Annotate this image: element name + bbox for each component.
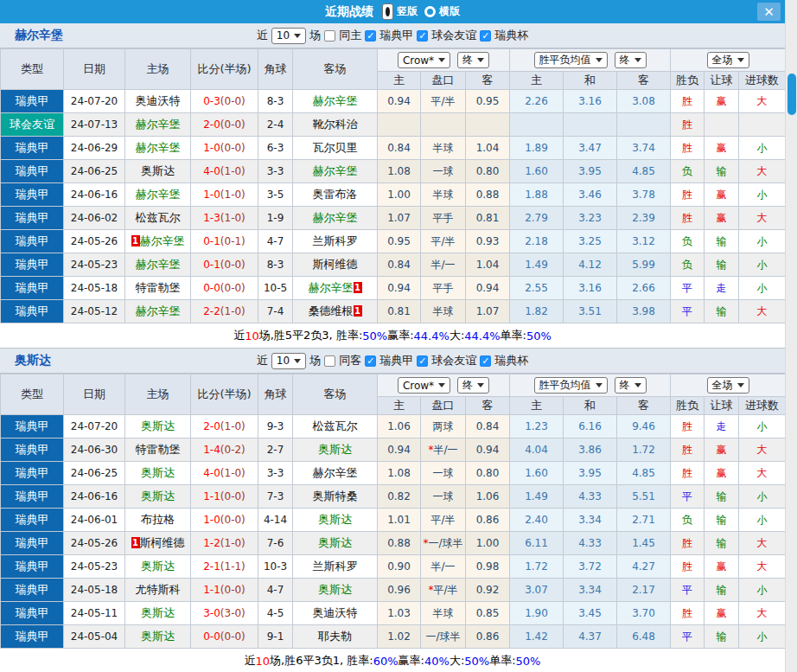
- away-team-cell: 兰斯科罗: [293, 555, 378, 579]
- score-cell: 1-0(0-0): [191, 509, 258, 532]
- summary-segment: 50%: [362, 330, 387, 342]
- chevron-down-icon: [294, 359, 301, 363]
- handicap-cell: *半/一: [421, 438, 466, 462]
- handicap-result-cell: 赢: [705, 207, 739, 230]
- odds-source-select[interactable]: Crow*: [398, 52, 450, 68]
- goals-result-cell: 大: [739, 90, 786, 113]
- col-home: 主场: [125, 374, 191, 415]
- score-cell: 1-3(1-0): [191, 207, 258, 230]
- mean-stage-select[interactable]: 终: [615, 52, 647, 68]
- away-team-cell: 兰斯科罗: [293, 230, 378, 253]
- summary-segment: 近: [245, 653, 256, 669]
- odds-away-cell: 0.86: [466, 625, 510, 649]
- score-cell: 0-1(0-1): [191, 230, 258, 253]
- chevron-down-icon: [634, 58, 641, 62]
- friendly-label: 球会友谊: [431, 353, 476, 368]
- home-team-cell: 奥迪沃特: [125, 90, 191, 113]
- league-type-cell: 球会友谊: [1, 113, 64, 137]
- league-type-cell: 瑞典甲: [1, 509, 64, 532]
- odds-away-cell: 0.88: [466, 183, 510, 207]
- near-label: 近: [257, 28, 268, 43]
- match-row: 瑞典甲24-06-02松兹瓦尔1-3(1-0)1-9赫尔辛堡1.07平手0.81…: [1, 207, 786, 230]
- mean-home-cell: 1.23: [510, 415, 564, 438]
- mean-away-cell: 5.51: [617, 485, 671, 509]
- away-team-cell: 赫尔辛堡: [293, 160, 378, 183]
- mean-source-select[interactable]: 胜平负均值: [534, 377, 608, 394]
- corners-cell: 2-7: [258, 438, 293, 462]
- horizontal-view-radio[interactable]: [424, 6, 436, 17]
- vertical-view-radio[interactable]: [382, 3, 393, 20]
- match-date-cell: 24-06-16: [64, 485, 125, 509]
- mean-home-cell: 1.89: [510, 137, 564, 160]
- odds-stage-select[interactable]: 终: [457, 52, 489, 68]
- match-count-select[interactable]: 10: [271, 28, 306, 44]
- same-venue-checkbox[interactable]: [324, 30, 335, 42]
- odds-away-cell: 1.00: [466, 532, 510, 555]
- odds-away-cell: 0.94: [466, 277, 510, 300]
- odds-away-cell: 0.86: [466, 509, 510, 532]
- col-mean-home: 主: [510, 397, 564, 415]
- odds-away-cell: 0.81: [466, 207, 510, 230]
- odds-away-cell: 0.85: [466, 602, 510, 625]
- match-count-select[interactable]: 10: [271, 353, 306, 369]
- league-checkbox[interactable]: [365, 355, 376, 367]
- col-away: 客场: [293, 49, 378, 90]
- corners-cell: 6-3: [258, 137, 293, 160]
- league-checkbox[interactable]: [365, 30, 376, 42]
- mean-home-cell: 4.04: [510, 438, 564, 462]
- mean-stage-select[interactable]: 终: [615, 377, 647, 394]
- odds-source-select[interactable]: Crow*: [398, 377, 450, 394]
- match-row: 瑞典甲24-07-20奥迪沃特0-3(0-0)8-3赫尔辛堡0.94平/半0.9…: [1, 90, 786, 113]
- league-type-cell: 瑞典甲: [1, 602, 64, 625]
- mean-away-cell: 2.17: [617, 579, 671, 602]
- match-date-cell: 24-07-20: [64, 415, 125, 438]
- match-date-cell: 24-05-18: [64, 579, 125, 602]
- corners-cell: 1-9: [258, 207, 293, 230]
- handicap-cell: 平手: [421, 207, 466, 230]
- corners-cell: 7-4: [258, 300, 293, 323]
- same-venue-checkbox[interactable]: [324, 355, 335, 367]
- cup-checkbox[interactable]: [480, 355, 491, 367]
- mean-draw-cell: 3.16: [564, 90, 617, 113]
- scope-select[interactable]: 全场: [707, 52, 749, 68]
- home-team-cell: 奥斯达: [125, 462, 191, 485]
- away-team-cell: 奥斯达: [293, 532, 378, 555]
- away-team-cell: 赫尔辛堡: [293, 462, 378, 485]
- scope-select[interactable]: 全场: [707, 377, 749, 394]
- mean-away-cell: 3.98: [617, 300, 671, 323]
- scrollbar-thumb[interactable]: [787, 74, 796, 115]
- odds-stage-select[interactable]: 终: [457, 377, 489, 394]
- corners-cell: 3-5: [258, 183, 293, 207]
- handicap-result-cell: 输: [705, 160, 739, 183]
- close-icon[interactable]: ✕: [757, 3, 781, 21]
- home-team-cell: 赫尔辛堡: [125, 113, 191, 137]
- league-type-cell: 瑞典甲: [1, 90, 64, 113]
- odds-home-cell: [378, 113, 421, 137]
- score-cell: 2-0(1-0): [191, 415, 258, 438]
- friendly-checkbox[interactable]: [417, 30, 428, 42]
- team-name: 奥斯达: [15, 353, 51, 368]
- mean-home-cell: 2.40: [510, 509, 564, 532]
- mean-home-cell: 1.49: [510, 485, 564, 509]
- handicap-cell: 半/一: [421, 253, 466, 277]
- goals-result-cell: 大: [739, 160, 786, 183]
- match-date-cell: 24-05-26: [64, 532, 125, 555]
- cup-checkbox[interactable]: [480, 30, 491, 42]
- summary-segment: 10: [245, 330, 259, 342]
- handicap-cell: 平/半: [421, 230, 466, 253]
- home-team-cell: 赫尔辛堡: [125, 137, 191, 160]
- friendly-checkbox[interactable]: [417, 355, 428, 367]
- handicap-result-cell: 输: [705, 509, 739, 532]
- mean-draw-cell: 6.16: [564, 415, 617, 438]
- scrollbar-track[interactable]: [785, 0, 797, 672]
- red-card-badge: 1: [131, 235, 140, 246]
- league-type-cell: 瑞典甲: [1, 579, 64, 602]
- away-team-cell: 奥雷布洛: [293, 183, 378, 207]
- summary-segment: 10: [256, 655, 271, 668]
- mean-source-select[interactable]: 胜平负均值: [534, 52, 608, 68]
- corners-cell: 8-3: [258, 253, 293, 277]
- league-type-cell: 瑞典甲: [1, 207, 64, 230]
- match-row: 瑞典甲24-07-20奥斯达2-0(1-0)9-3松兹瓦尔1.06两球0.841…: [1, 415, 786, 438]
- col-mean-home: 主: [510, 72, 564, 90]
- odds-home-cell: 0.84: [378, 253, 421, 277]
